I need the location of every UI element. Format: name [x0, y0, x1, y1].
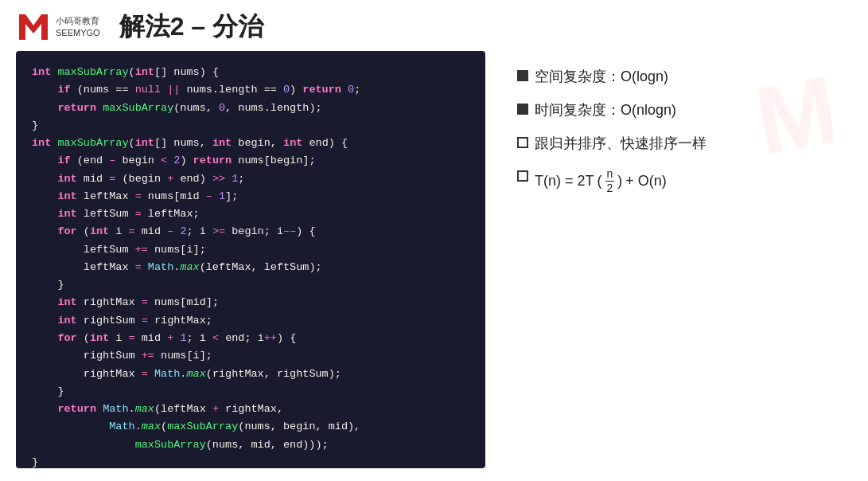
- bullet-outline-1: [517, 137, 528, 148]
- code-line-10: for (int i = mid – 2; i >= begin; i––) {: [32, 223, 469, 240]
- code-line-17: rightSum += nums[i];: [32, 347, 469, 365]
- time-complexity-text: 时间复杂度：O(nlogn): [535, 100, 676, 119]
- code-line-19: }: [32, 383, 469, 401]
- code-line-18: rightMax = Math.max(rightMax, rightSum);: [32, 366, 469, 383]
- code-line-4: }: [32, 117, 469, 135]
- bullet-filled-1: [517, 70, 528, 81]
- code-line-11: leftSum += nums[i];: [32, 241, 469, 259]
- header: 小码哥教育 SEEMYGO 解法2 – 分治: [0, 0, 868, 51]
- note2-formula: T(n) = 2T ( n 2 ) + O(n): [535, 167, 667, 195]
- code-line-12: leftMax = Math.max(leftMax, leftSum);: [32, 259, 469, 276]
- code-line-8: int leftMax = nums[mid – 1];: [32, 188, 469, 205]
- code-line-2: if (nums == null || nums.length == 0) re…: [32, 81, 469, 99]
- code-line-13: }: [32, 276, 469, 294]
- code-line-15: int rightSum = rightMax;: [32, 312, 469, 330]
- logo-icon: [16, 10, 51, 45]
- content-area: int maxSubArray(int[] nums) { if (nums =…: [0, 51, 868, 468]
- bullet-outline-2: [517, 170, 528, 182]
- code-line-16: for (int i = mid + 1; i < end; i++) {: [32, 330, 469, 347]
- code-line-1: int maxSubArray(int[] nums) {: [32, 64, 469, 81]
- info-panel: M 空间复杂度：O(logn) 时间复杂度：O(nlogn) 跟归并排序、快速排…: [509, 51, 852, 468]
- page-title: 解法2 – 分治: [119, 10, 263, 45]
- note2-item: T(n) = 2T ( n 2 ) + O(n): [517, 167, 844, 195]
- space-complexity-text: 空间复杂度：O(logn): [535, 67, 668, 86]
- code-line-7: int mid = (begin + end) >> 1;: [32, 170, 469, 188]
- watermark: M: [749, 61, 843, 169]
- app-container: 小码哥教育 SEEMYGO 解法2 – 分治 int maxSubArray(i…: [0, 0, 868, 468]
- code-line-14: int rightMax = nums[mid];: [32, 294, 469, 311]
- fraction: n 2: [605, 167, 615, 195]
- logo: 小码哥教育 SEEMYGO: [16, 10, 100, 45]
- note1-text: 跟归并排序、快速排序一样: [535, 134, 706, 153]
- bullet-filled-2: [517, 104, 528, 115]
- code-line-21: Math.max(maxSubArray(nums, begin, mid),: [32, 418, 469, 436]
- code-line-20: return Math.max(leftMax + rightMax,: [32, 401, 469, 418]
- logo-text: 小码哥教育 SEEMYGO: [56, 15, 100, 40]
- code-line-6: if (end – begin < 2) return nums[begin];: [32, 152, 469, 170]
- code-line-22: maxSubArray(nums, mid, end)));: [32, 436, 469, 454]
- code-line-9: int leftSum = leftMax;: [32, 205, 469, 223]
- code-panel: int maxSubArray(int[] nums) { if (nums =…: [16, 51, 485, 468]
- code-line-5: int maxSubArray(int[] nums, int begin, i…: [32, 135, 469, 152]
- code-line-3: return maxSubArray(nums, 0, nums.length)…: [32, 100, 469, 117]
- code-line-23: }: [32, 454, 469, 471]
